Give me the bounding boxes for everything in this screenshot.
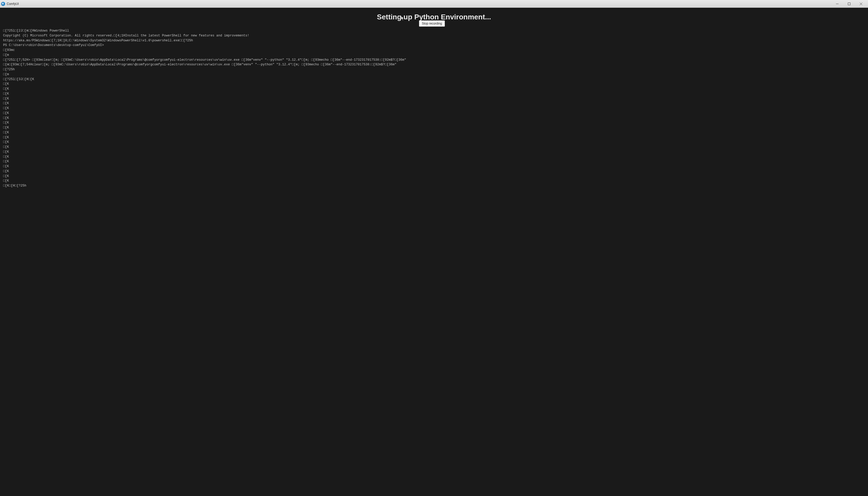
terminal-line: □[K	[3, 135, 865, 140]
terminal-output: □[?25l□[2J□[m□[HWindows PowerShellCopyri…	[0, 26, 868, 190]
terminal-line: □[K	[3, 111, 865, 116]
terminal-line: □[K	[3, 96, 865, 101]
svg-rect-1	[848, 3, 850, 5]
terminal-line: □[?25l□[3J□[H□[K	[3, 77, 865, 82]
terminal-line: PS C:\Users\robin\Documents\desktop-comf…	[3, 43, 865, 48]
terminal-line: □[m□[93m□[7;54Hclear□[m; □[93mC:\Users\r…	[3, 62, 865, 67]
terminal-line: □[K	[3, 140, 865, 145]
terminal-line: □[K	[3, 164, 865, 169]
terminal-line: □[K	[3, 91, 865, 96]
app-title: ComfyUI	[7, 2, 19, 6]
terminal-line: □[?25l□[2J□[m□[HWindows PowerShell	[3, 28, 865, 33]
terminal-line: □[K	[3, 125, 865, 130]
app-icon	[1, 2, 5, 6]
terminal-line: https://aka.ms/PSWindows□[7;1H□]0;C:\Win…	[3, 38, 865, 43]
page-heading: Setting up Python Environment...	[0, 13, 868, 21]
terminal-line: □[K	[3, 101, 865, 106]
close-icon	[860, 3, 862, 5]
maximize-button[interactable]	[843, 0, 855, 7]
terminal-line: □[K	[3, 179, 865, 183]
terminal-line: □[K	[3, 169, 865, 174]
terminal-line: □[K	[3, 120, 865, 125]
terminal-line: □[K	[3, 82, 865, 87]
terminal-line: □[K	[3, 106, 865, 111]
terminal-line: □[m	[3, 72, 865, 77]
close-button[interactable]	[855, 0, 867, 7]
content-area: Setting up Python Environment... Stop re…	[0, 8, 868, 496]
terminal-line: □[m	[3, 53, 865, 58]
terminal-line: □[K	[3, 116, 865, 121]
terminal-line: □[K	[3, 87, 865, 91]
titlebar-left: ComfyUI	[1, 2, 19, 6]
window-controls	[831, 0, 867, 7]
minimize-button[interactable]	[831, 0, 843, 7]
terminal-line: □[K	[3, 130, 865, 135]
titlebar[interactable]: ComfyUI	[0, 0, 868, 8]
terminal-line: □[K	[3, 154, 865, 159]
tooltip-stop-recording: Stop recording	[419, 20, 445, 27]
terminal-line: □[K	[3, 159, 865, 164]
terminal-line: □[K	[3, 150, 865, 154]
terminal-line: Copyright (C) Microsoft Corporation. All…	[3, 33, 865, 38]
terminal-line: □[K□[H□[?25h	[3, 183, 865, 188]
terminal-line: □[93mc	[3, 48, 865, 53]
maximize-icon	[848, 3, 850, 5]
terminal-line: □[K	[3, 145, 865, 150]
minimize-icon	[836, 3, 839, 5]
terminal-line: □[?25l□[7;52H> □[93mclear□[m; □[93mC:\Us…	[3, 58, 865, 63]
terminal-line: □[?25h	[3, 67, 865, 72]
terminal-line: □[K	[3, 174, 865, 179]
